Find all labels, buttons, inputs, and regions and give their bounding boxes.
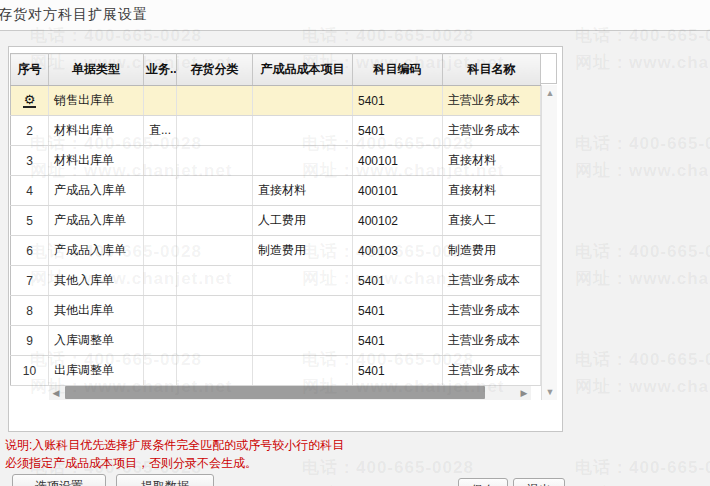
header-subject-name: 科目名称: [443, 54, 541, 86]
note-line-2: 必须指定产成品成本项目，否则分录不会生成。: [5, 454, 344, 472]
cell-inv_class[interactable]: [177, 266, 253, 296]
cell-code[interactable]: 5401: [353, 266, 443, 296]
cell-cost_item[interactable]: [253, 146, 353, 176]
cell-seq[interactable]: 4: [11, 176, 49, 206]
cell-code[interactable]: 400102: [353, 206, 443, 236]
watermark-phone: 电话：400-665-0028: [575, 456, 710, 479]
table-row[interactable]: 7其他入库单5401主营业务成本: [11, 266, 541, 296]
cell-cost_item[interactable]: [253, 116, 353, 146]
table-row[interactable]: 3材料出库单400101直接材料: [11, 146, 541, 176]
cell-inv_class[interactable]: [177, 326, 253, 356]
scroll-down-icon[interactable]: ▼: [542, 385, 558, 399]
cell-name[interactable]: 主营业务成本: [443, 326, 541, 356]
cell-inv_class[interactable]: [177, 176, 253, 206]
cell-doc_type[interactable]: 其他出库单: [49, 296, 144, 326]
cell-name[interactable]: 主营业务成本: [443, 266, 541, 296]
cell-cost_item[interactable]: [253, 356, 353, 386]
cell-doc_type[interactable]: 产成品入库单: [49, 206, 144, 236]
cell-inv_class[interactable]: [177, 86, 253, 116]
cell-name[interactable]: 直接材料: [443, 176, 541, 206]
cell-seq[interactable]: 9: [11, 326, 49, 356]
cell-doc_type[interactable]: 产成品入库单: [49, 176, 144, 206]
cell-code[interactable]: 400101: [353, 146, 443, 176]
cell-cost_item[interactable]: 制造费用: [253, 236, 353, 266]
options-settings-button[interactable]: 选项设置: [12, 474, 106, 486]
cell-name[interactable]: 主营业务成本: [443, 116, 541, 146]
cell-seq[interactable]: 3: [11, 146, 49, 176]
gear-row-indicator-icon: ⚙: [23, 93, 37, 108]
table-row[interactable]: 10出库调整单5401主营业务成本: [11, 356, 541, 386]
grid-panel: 序号 单据类型 业务... 存货分类 产成品成本项目 科目编码 科目名称 ⚙销售…: [8, 46, 563, 432]
cell-doc_type[interactable]: 销售出库单: [49, 86, 144, 116]
cell-name[interactable]: 制造费用: [443, 236, 541, 266]
cell-seq[interactable]: ⚙: [11, 86, 49, 116]
table-row[interactable]: 6产成品入库单制造费用400103制造费用: [11, 236, 541, 266]
cell-business[interactable]: [144, 236, 177, 266]
cell-business[interactable]: [144, 266, 177, 296]
cell-code[interactable]: 5401: [353, 116, 443, 146]
table-row[interactable]: 5产成品入库单人工费用400102直接人工: [11, 206, 541, 236]
cell-seq[interactable]: 8: [11, 296, 49, 326]
header-seq: 序号: [11, 54, 49, 86]
table-row[interactable]: 8其他出库单5401主营业务成本: [11, 296, 541, 326]
cell-code[interactable]: 5401: [353, 86, 443, 116]
save-button[interactable]: 保存: [458, 478, 508, 486]
cell-name[interactable]: 主营业务成本: [443, 296, 541, 326]
cell-inv_class[interactable]: [177, 236, 253, 266]
watermark-site: 网址：www.chanjet.net: [575, 51, 710, 74]
cell-name[interactable]: 直接人工: [443, 206, 541, 236]
horizontal-scrollbar[interactable]: ◀ ▶: [49, 386, 531, 400]
cell-name[interactable]: 直接材料: [443, 146, 541, 176]
cell-doc_type[interactable]: 出库调整单: [49, 356, 144, 386]
cell-code[interactable]: 400101: [353, 176, 443, 206]
cell-doc_type[interactable]: 材料出库单: [49, 116, 144, 146]
header-business: 业务...: [144, 54, 177, 86]
table-row[interactable]: ⚙销售出库单5401主营业务成本: [11, 86, 541, 116]
cell-code[interactable]: 5401: [353, 326, 443, 356]
table-row[interactable]: 2材料出库单直...5401主营业务成本: [11, 116, 541, 146]
cell-business[interactable]: 直...: [144, 116, 177, 146]
cell-doc_type[interactable]: 入库调整单: [49, 326, 144, 356]
cell-cost_item[interactable]: 人工费用: [253, 206, 353, 236]
cell-seq[interactable]: 5: [11, 206, 49, 236]
cell-cost_item[interactable]: [253, 296, 353, 326]
cell-seq[interactable]: 6: [11, 236, 49, 266]
cell-name[interactable]: 主营业务成本: [443, 356, 541, 386]
exit-button[interactable]: 退出: [513, 478, 565, 486]
cell-code[interactable]: 5401: [353, 296, 443, 326]
scroll-up-icon[interactable]: ▲: [542, 86, 558, 100]
cell-business[interactable]: [144, 326, 177, 356]
cell-cost_item[interactable]: [253, 266, 353, 296]
horizontal-scroll-thumb[interactable]: [65, 386, 485, 399]
cell-doc_type[interactable]: 材料出库单: [49, 146, 144, 176]
cell-inv_class[interactable]: [177, 296, 253, 326]
header-doc-type: 单据类型: [49, 54, 144, 86]
cell-seq[interactable]: 7: [11, 266, 49, 296]
cell-doc_type[interactable]: 产成品入库单: [49, 236, 144, 266]
cell-cost_item[interactable]: 直接材料: [253, 176, 353, 206]
cell-doc_type[interactable]: 其他入库单: [49, 266, 144, 296]
scroll-right-icon[interactable]: ▶: [517, 386, 531, 400]
cell-inv_class[interactable]: [177, 146, 253, 176]
cell-business[interactable]: [144, 356, 177, 386]
vertical-scrollbar[interactable]: ▲ ▼: [541, 85, 557, 400]
table-row[interactable]: 9入库调整单5401主营业务成本: [11, 326, 541, 356]
cell-code[interactable]: 400103: [353, 236, 443, 266]
cell-business[interactable]: [144, 176, 177, 206]
cell-business[interactable]: [144, 146, 177, 176]
cell-code[interactable]: 5401: [353, 356, 443, 386]
cell-name[interactable]: 主营业务成本: [443, 86, 541, 116]
cell-business[interactable]: [144, 206, 177, 236]
cell-seq[interactable]: 10: [11, 356, 49, 386]
cell-cost_item[interactable]: [253, 326, 353, 356]
cell-business[interactable]: [144, 296, 177, 326]
cell-inv_class[interactable]: [177, 116, 253, 146]
cell-business[interactable]: [144, 86, 177, 116]
table-row[interactable]: 4产成品入库单直接材料400101直接材料: [11, 176, 541, 206]
extract-data-button[interactable]: 提取数据: [116, 474, 214, 486]
cell-cost_item[interactable]: [253, 86, 353, 116]
cell-inv_class[interactable]: [177, 206, 253, 236]
scroll-left-icon[interactable]: ◀: [49, 386, 63, 400]
cell-inv_class[interactable]: [177, 356, 253, 386]
cell-seq[interactable]: 2: [11, 116, 49, 146]
